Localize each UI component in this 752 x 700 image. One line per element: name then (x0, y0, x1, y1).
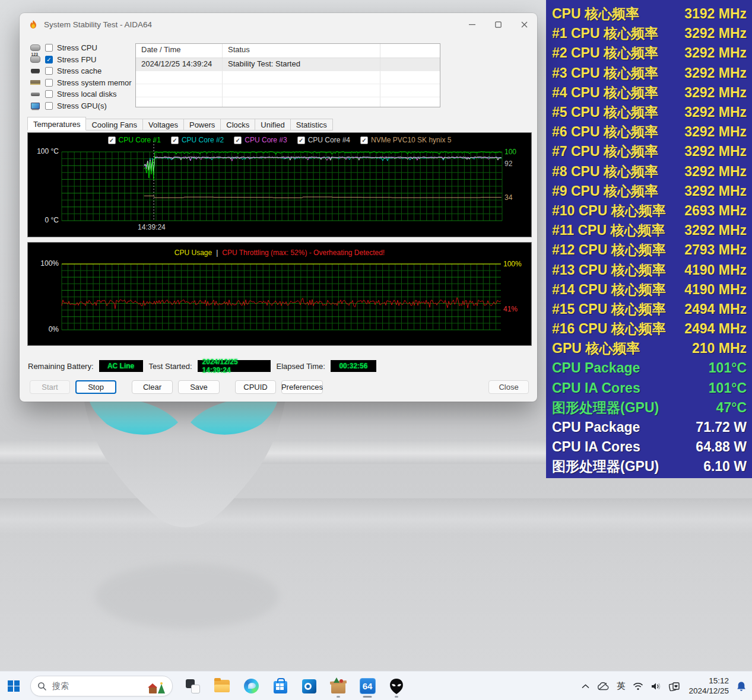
test-log-table[interactable]: Date / TimeStatus2024/12/25 14:39:24Stab… (135, 43, 440, 107)
edge-taskbar-button[interactable] (239, 674, 263, 698)
wifi-icon[interactable] (633, 682, 643, 691)
sensor-value: 3292 MHz (684, 164, 747, 180)
sensor-value: 6.10 W (703, 459, 747, 475)
sensor-value: 2693 MHz (684, 203, 747, 219)
close-window-button[interactable] (511, 13, 537, 36)
table-empty-row (136, 71, 440, 84)
cpu-icon (29, 44, 41, 52)
sensor-row: CPU Package101°C (546, 358, 752, 378)
table-row[interactable]: 2024/12/25 14:39:24Stability Test: Start… (136, 58, 440, 71)
legend-checkbox[interactable]: ✓ (108, 136, 116, 144)
sensor-label: CPU IA Cores (552, 439, 640, 455)
stress-checkbox[interactable] (45, 44, 53, 52)
maximize-button[interactable] (485, 13, 511, 36)
y-axis-top-label: 100 °C (35, 147, 59, 155)
search-input[interactable]: 搜索 (30, 676, 173, 696)
taskbar-clock[interactable]: 15:12 2024/12/25 (688, 676, 729, 696)
sensor-overlay-panel: CPU 核心频率3192 MHz#1 CPU 核心频率3292 MHz#2 CP… (546, 0, 752, 478)
close-button[interactable]: Close (488, 380, 529, 394)
table-header-cell[interactable]: Date / Time (136, 44, 223, 58)
tray-chevron-icon[interactable] (582, 684, 589, 689)
stress-checkbox[interactable] (45, 90, 53, 98)
sensor-label: #3 CPU 核心频率 (552, 64, 658, 82)
legend-checkbox[interactable]: ✓ (297, 136, 305, 144)
sensor-label: 图形处理器(GPU) (552, 457, 659, 476)
sensor-value: 3292 MHz (684, 144, 747, 160)
stress-option-label: Stress system memor (57, 78, 132, 87)
clear-button[interactable]: Clear (132, 380, 173, 394)
tab-powers[interactable]: Powers (184, 119, 221, 131)
sensor-row: #8 CPU 核心频率3292 MHz (546, 162, 752, 182)
sensor-value: 2494 MHz (684, 321, 747, 337)
sensor-row: #9 CPU 核心频率3292 MHz (546, 182, 752, 201)
log-datetime: 2024/12/25 14:39:24 (136, 58, 223, 71)
onedrive-paused-icon[interactable] (597, 682, 609, 691)
ime-language-indicator[interactable]: 英 (617, 680, 626, 692)
sensor-row: 图形处理器(GPU)6.10 W (546, 457, 752, 476)
microsoft-store-icon (274, 681, 287, 693)
sensor-value: 64.88 W (696, 439, 747, 455)
pinned-apps: 64 (181, 674, 408, 698)
tab-statistics[interactable]: Statistics (291, 119, 333, 131)
cpuid-button[interactable]: CPUID (235, 380, 276, 394)
tab-clocks[interactable]: Clocks (221, 119, 255, 131)
alienware-icon (389, 678, 404, 695)
alienware-taskbar-button[interactable] (385, 674, 408, 698)
file-explorer-taskbar-button[interactable] (210, 674, 234, 698)
sensor-label: #11 CPU 核心频率 (552, 221, 665, 240)
sensor-value: 2494 MHz (684, 301, 747, 317)
y-axis-top-label: 100% (35, 259, 59, 268)
save-button[interactable]: Save (178, 380, 220, 394)
sensor-row: #15 CPU 核心频率2494 MHz (546, 300, 752, 319)
legend-label: CPU Core #1 (119, 136, 161, 144)
solitaire-tray-icon[interactable] (669, 682, 681, 691)
tab-cooling-fans[interactable]: Cooling Fans (86, 119, 143, 131)
memory-icon (29, 78, 41, 87)
table-header-cell[interactable]: Status (223, 44, 380, 58)
sensor-row: CPU Package71.72 W (546, 418, 752, 437)
usage-title-part: | (216, 249, 218, 257)
tab-voltages[interactable]: Voltages (143, 119, 184, 131)
file-explorer-icon (214, 680, 230, 692)
tab-temperatures[interactable]: Temperatures (27, 117, 86, 131)
tab-unified[interactable]: Unified (255, 119, 290, 131)
sensor-row: #13 CPU 核心频率4190 MHz (546, 260, 752, 279)
stress-checkbox[interactable] (45, 67, 53, 75)
stop-button[interactable]: Stop (75, 380, 116, 394)
cpu-usage-chart: CPU Usage|CPU Throttling (max: 52%) - Ov… (27, 242, 532, 346)
sensor-value: 3292 MHz (684, 26, 747, 42)
start-button[interactable]: Start (30, 380, 70, 394)
aida64-icon: 64 (360, 678, 376, 694)
sensor-label: #5 CPU 核心频率 (552, 103, 658, 122)
sensor-label: #14 CPU 核心频率 (552, 281, 666, 299)
stress-option-row: Stress local disks (29, 88, 132, 100)
stress-checkbox[interactable] (45, 79, 53, 87)
tray-date: 2024/12/25 (688, 686, 729, 696)
microsoft-store-taskbar-button[interactable] (268, 674, 292, 698)
sensor-value: 71.72 W (696, 419, 747, 435)
volume-icon[interactable] (651, 682, 661, 691)
preferences-button[interactable]: Preferences (281, 380, 323, 394)
sensor-label: #9 CPU 核心频率 (552, 182, 658, 201)
outlook-taskbar-button[interactable] (297, 674, 321, 698)
gift-box-taskbar-button[interactable] (326, 674, 350, 698)
notification-bell-icon[interactable] (737, 681, 746, 692)
alienware-wallpaper-graphic (71, 380, 309, 641)
legend-checkbox[interactable]: ✓ (171, 136, 179, 144)
status-fields: Remaining Battery:AC LineTest Started:20… (28, 359, 376, 373)
sensor-row: #2 CPU 核心频率3292 MHz (546, 43, 752, 63)
sensor-value: 3292 MHz (684, 222, 747, 238)
legend-checkbox[interactable]: ✓ (360, 136, 368, 144)
legend-checkbox[interactable]: ✓ (234, 136, 242, 144)
task-view-taskbar-button[interactable] (181, 674, 205, 698)
y-axis-bottom-label: 0% (35, 325, 59, 333)
sensor-label: #7 CPU 核心频率 (552, 142, 658, 161)
stress-checkbox[interactable] (45, 102, 53, 110)
edge-icon (244, 679, 259, 693)
sensor-row: GPU 核心频率210 MHz (546, 339, 752, 358)
minimize-button[interactable] (459, 13, 485, 36)
stress-checkbox[interactable]: ✓ (45, 56, 53, 63)
aida64-taskbar-button[interactable]: 64 (356, 674, 379, 698)
start-button[interactable] (2, 674, 26, 698)
system-tray: 英 15:12 2024/12/25 (582, 676, 752, 696)
